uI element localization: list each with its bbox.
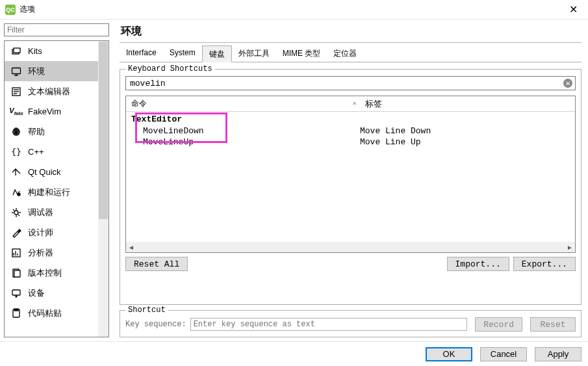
export-button[interactable]: Export... <box>513 257 576 271</box>
apply-button[interactable]: Apply <box>535 347 582 361</box>
table-row[interactable]: MoveLineUpMove Line Up <box>126 137 575 148</box>
sidebar-item-label: 设备 <box>28 287 45 299</box>
shortcut-search-input[interactable] <box>129 79 563 88</box>
filter-input[interactable] <box>4 23 109 36</box>
sidebar-item-fakevim[interactable]: VfakeFakeVim <box>5 101 109 122</box>
column-label[interactable]: 标签 <box>360 98 387 110</box>
sidebar-item-label: 环境 <box>28 66 45 77</box>
sidebar-item-devices[interactable]: 设备 <box>5 283 109 303</box>
tab-1[interactable]: System <box>163 46 202 62</box>
svg-rect-25 <box>12 290 20 295</box>
scroll-left-icon[interactable]: ◄ <box>126 242 136 252</box>
monitor-icon <box>10 66 23 77</box>
close-icon[interactable]: ✕ <box>563 3 583 16</box>
sidebar-item-monitor[interactable]: 环境 <box>5 61 109 81</box>
shortcut-legend: Shortcut <box>125 306 168 315</box>
vcs-icon <box>10 268 23 278</box>
sort-indicator-icon: ^ <box>353 101 356 109</box>
sidebar: Kits环境文本编辑器VfakeFakeVim?帮助{}C++Qt Quick构… <box>4 40 109 337</box>
cpp-icon: {} <box>10 147 23 157</box>
shortcuts-table: 命令 ^ 标签 TextEditor MoveLineDownMove Line… <box>125 96 576 253</box>
table-group-row[interactable]: TextEditor <box>126 113 575 125</box>
tab-4[interactable]: MIME 类型 <box>276 46 327 62</box>
help-icon: ? <box>10 127 23 137</box>
tab-5[interactable]: 定位器 <box>327 46 363 62</box>
sidebar-item-label: 文本编辑器 <box>28 86 70 98</box>
sidebar-item-label: FakeVim <box>28 107 61 116</box>
keyboard-shortcuts-group: Keyboard Shortcuts ✕ 命令 ^ 标签 TextEditor … <box>120 69 582 305</box>
divider <box>120 42 582 43</box>
sidebar-item-label: 构建和运行 <box>28 187 70 198</box>
group-legend: Keyboard Shortcuts <box>125 64 215 73</box>
sidebar-item-label: 分析器 <box>28 247 53 259</box>
sidebar-item-vcs[interactable]: 版本控制 <box>5 263 109 283</box>
sidebar-item-paste[interactable]: 代码粘贴 <box>5 303 109 323</box>
sidebar-item-debugger[interactable]: 调试器 <box>5 202 109 222</box>
cell-command: MoveLineDown <box>143 126 360 136</box>
app-icon: QC <box>5 5 16 15</box>
sidebar-item-analyzer[interactable]: 分析器 <box>5 242 109 263</box>
svg-text:?: ? <box>14 127 18 136</box>
analyzer-icon <box>10 248 23 258</box>
sidebar-item-qtquick[interactable]: Qt Quick <box>5 162 109 182</box>
shortcut-edit-group: Shortcut Key sequence: Record Reset <box>120 310 582 337</box>
dialog-footer: OK Cancel Apply <box>0 341 588 366</box>
horizontal-scrollbar[interactable]: ◄ ► <box>126 242 575 252</box>
import-button[interactable]: Import... <box>447 257 509 271</box>
sidebar-item-designer[interactable]: 设计师 <box>5 222 109 242</box>
sidebar-item-help[interactable]: ?帮助 <box>5 122 109 142</box>
page-title: 环境 <box>121 25 582 38</box>
reset-all-button[interactable]: Reset All <box>125 257 188 271</box>
column-command[interactable]: 命令 ^ <box>126 98 360 109</box>
sidebar-item-label: C++ <box>28 147 44 157</box>
ok-button[interactable]: OK <box>426 347 472 361</box>
reset-shortcut-button[interactable]: Reset <box>530 317 576 332</box>
sidebar-item-build-run[interactable]: 构建和运行 <box>5 182 109 202</box>
sidebar-item-label: 调试器 <box>28 207 53 218</box>
tabs: InterfaceSystem键盘外部工具MIME 类型定位器 <box>120 46 582 62</box>
kits-icon <box>10 46 23 57</box>
sidebar-item-label: 帮助 <box>28 126 45 138</box>
tab-3[interactable]: 外部工具 <box>232 46 276 62</box>
column-command-label: 命令 <box>131 99 147 108</box>
sidebar-item-label: Kits <box>28 46 42 56</box>
table-row[interactable]: MoveLineDownMove Line Down <box>126 125 575 137</box>
fakevim-icon: Vfake <box>10 107 23 117</box>
sidebar-item-cpp[interactable]: {}C++ <box>5 142 109 162</box>
sidebar-item-text-editor[interactable]: 文本编辑器 <box>5 81 109 101</box>
paste-icon <box>10 308 23 319</box>
svg-rect-24 <box>14 270 20 277</box>
key-sequence-label: Key sequence: <box>125 320 186 329</box>
svg-rect-1 <box>14 48 20 53</box>
text-editor-icon <box>10 86 23 97</box>
sidebar-item-label: Qt Quick <box>28 167 61 177</box>
build-run-icon <box>10 187 23 198</box>
table-body: TextEditor MoveLineDownMove Line DownMov… <box>126 112 575 149</box>
titlebar: QC 选项 ✕ <box>0 0 588 20</box>
qtquick-icon <box>10 167 23 177</box>
devices-icon <box>10 288 23 298</box>
window-title: 选项 <box>19 4 563 15</box>
sidebar-item-label: 代码粘贴 <box>28 307 62 319</box>
tab-0[interactable]: Interface <box>120 46 163 62</box>
svg-point-26 <box>16 296 17 297</box>
table-header: 命令 ^ 标签 <box>126 96 575 112</box>
sidebar-item-kits[interactable]: Kits <box>5 41 109 61</box>
svg-line-17 <box>13 209 14 211</box>
cancel-button[interactable]: Cancel <box>480 347 527 361</box>
sidebar-scrollbar[interactable] <box>98 41 109 337</box>
cell-command: MoveLineUp <box>143 137 360 147</box>
svg-point-12 <box>14 211 18 215</box>
svg-point-11 <box>18 193 20 196</box>
svg-line-18 <box>18 215 19 216</box>
clear-search-icon[interactable]: ✕ <box>563 79 572 88</box>
cell-label: Move Line Up <box>360 137 421 147</box>
sidebar-item-label: 版本控制 <box>28 267 62 279</box>
tab-2[interactable]: 键盘 <box>202 46 232 62</box>
debugger-icon <box>10 207 23 218</box>
designer-icon <box>10 228 23 238</box>
key-sequence-input[interactable] <box>190 318 468 331</box>
record-button[interactable]: Record <box>475 317 522 332</box>
shortcut-search-row: ✕ <box>125 76 576 90</box>
scroll-right-icon[interactable]: ► <box>565 242 575 252</box>
